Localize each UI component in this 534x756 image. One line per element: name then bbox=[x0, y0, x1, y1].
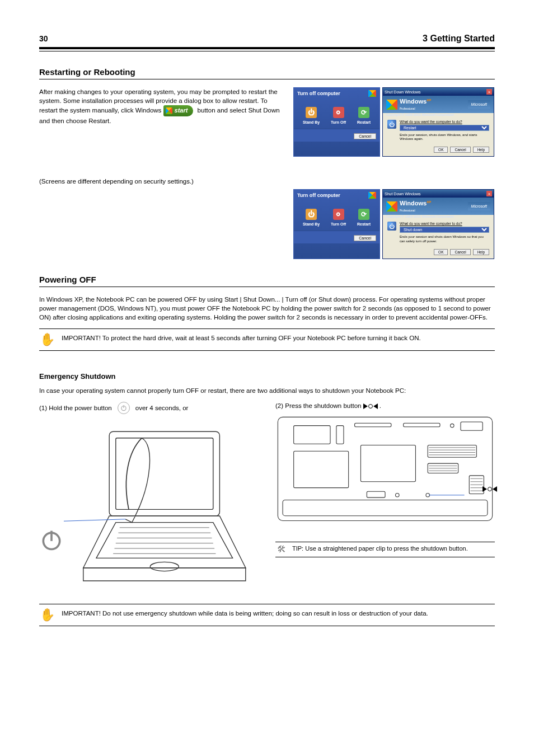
microsoft-label: Microsoft bbox=[468, 202, 490, 210]
text: over 4 seconds, or bbox=[135, 404, 189, 412]
windows-flag-icon bbox=[386, 201, 397, 212]
svg-point-19 bbox=[451, 424, 455, 428]
option-1-label: (1) Hold the power button over 4 seconds… bbox=[39, 402, 259, 414]
cancel-button[interactable]: Cancel bbox=[354, 133, 376, 139]
action-select[interactable]: Shut down bbox=[400, 227, 489, 233]
text: . bbox=[380, 402, 381, 409]
ok-button[interactable]: OK bbox=[434, 249, 448, 255]
svg-point-40 bbox=[396, 494, 400, 497]
windows-logo-text: WindowsXP Professional bbox=[400, 200, 431, 213]
standby-option[interactable]: ⏻ Stand By bbox=[303, 209, 320, 226]
turnoff-option[interactable]: ⭘ Turn Off bbox=[331, 107, 346, 124]
laptop-bottom-illustration bbox=[275, 415, 495, 537]
restart-icon: ⟳ bbox=[358, 107, 369, 118]
svg-rect-18 bbox=[404, 423, 440, 427]
label: Restart bbox=[357, 222, 371, 226]
windows-flag-icon bbox=[386, 100, 397, 110]
label: Turn Off bbox=[331, 222, 346, 226]
prompt: What do you want the computer to do? bbox=[400, 120, 489, 124]
shutdown-icon: ⏻ bbox=[387, 120, 396, 129]
windows-flag-icon bbox=[166, 107, 172, 114]
emergency-intro: In case your operating system cannot pro… bbox=[39, 386, 495, 395]
important-note-2: ✋ IMPORTANT! Do not use emergency shutdo… bbox=[39, 609, 495, 621]
power-button-icon bbox=[118, 402, 130, 414]
hand-icon: ✋ bbox=[39, 609, 55, 621]
cancel-button[interactable]: Cancel bbox=[450, 147, 470, 153]
cancel-button[interactable]: Cancel bbox=[450, 249, 470, 255]
svg-rect-15 bbox=[294, 426, 330, 444]
svg-rect-41 bbox=[367, 491, 385, 497]
turnoff-dialog-friendly: Turn off computer ⏻ Stand By ⭘ Turn Off bbox=[293, 189, 380, 259]
restart-option[interactable]: ⟳ Restart bbox=[357, 107, 371, 124]
shutdown-icon: ⏻ bbox=[387, 222, 396, 231]
dialog-title: Turn off computer bbox=[297, 91, 340, 96]
dialog-title: Turn off computer bbox=[297, 192, 340, 198]
screwdriver-icon: 🛠 bbox=[275, 544, 288, 555]
description: Ends your session and shuts down Windows… bbox=[400, 235, 489, 243]
turnoff-dialog-friendly: Turn off computer ⏻ Stand By ⭘ Turn Off bbox=[293, 87, 380, 157]
start-button-graphic: start bbox=[163, 105, 194, 116]
shutdown-button-icon bbox=[363, 403, 378, 409]
divider bbox=[39, 79, 495, 79]
label: Turn Off bbox=[331, 120, 346, 124]
poweroff-title: Powering OFF bbox=[39, 275, 495, 284]
header-rule bbox=[39, 47, 495, 51]
windows-flag-icon bbox=[368, 90, 376, 97]
close-icon[interactable]: × bbox=[486, 191, 492, 196]
standby-icon: ⏻ bbox=[306, 209, 317, 220]
standby-option[interactable]: ⏻ Stand By bbox=[303, 107, 320, 124]
cancel-button[interactable]: Cancel bbox=[354, 235, 376, 241]
label: Restart bbox=[357, 120, 371, 124]
divider bbox=[39, 350, 495, 351]
ok-button[interactable]: OK bbox=[434, 147, 448, 153]
dialog-title: Shut Down Windows bbox=[385, 192, 421, 196]
turnoff-icon: ⭘ bbox=[333, 209, 344, 220]
close-icon[interactable]: × bbox=[486, 89, 492, 95]
poweroff-paragraph: In Windows XP, the Notebook PC can be po… bbox=[39, 295, 495, 322]
divider bbox=[39, 287, 495, 287]
screens-note: (Screens are different depending on secu… bbox=[39, 177, 282, 186]
turnoff-icon: ⭘ bbox=[333, 107, 344, 118]
svg-rect-32 bbox=[283, 500, 488, 515]
prompt: What do you want the computer to do? bbox=[400, 222, 489, 226]
option-2-label: (2) Press the shutdown button . bbox=[275, 402, 495, 410]
hand-icon: ✋ bbox=[39, 334, 55, 346]
restart-title: Restarting or Rebooting bbox=[39, 67, 495, 77]
help-button[interactable]: Help bbox=[473, 249, 489, 255]
restart-option[interactable]: ⟳ Restart bbox=[357, 209, 371, 226]
svg-rect-5 bbox=[116, 438, 213, 510]
shutdown-dialog-classic-restart: Shut Down Windows × WindowsXP Profession… bbox=[382, 87, 494, 157]
label: Stand By bbox=[303, 120, 320, 124]
action-select[interactable]: Restart bbox=[400, 125, 489, 131]
svg-rect-16 bbox=[336, 426, 344, 444]
svg-rect-23 bbox=[428, 445, 476, 458]
shutdown-button-icon bbox=[483, 486, 497, 492]
svg-rect-21 bbox=[294, 451, 349, 487]
dialog-title: Shut Down Windows bbox=[385, 90, 421, 94]
microsoft-label: Microsoft bbox=[468, 100, 490, 109]
svg-rect-17 bbox=[355, 423, 391, 427]
page-number: 30 bbox=[39, 34, 48, 43]
svg-rect-22 bbox=[360, 445, 415, 482]
tip-text: TIP: Use a straightened paper clip to pr… bbox=[292, 544, 495, 552]
standby-icon: ⏻ bbox=[306, 107, 317, 118]
laptop-illustration bbox=[64, 419, 259, 594]
divider bbox=[39, 626, 495, 626]
shutdown-dialog-classic-shutdown: Shut Down Windows × WindowsXP Profession… bbox=[382, 189, 494, 259]
restart-paragraph: After making changes to your operating s… bbox=[39, 87, 282, 125]
help-button[interactable]: Help bbox=[473, 147, 489, 153]
svg-rect-14 bbox=[278, 417, 492, 520]
note-text: IMPORTANT! To protect the hard drive, wa… bbox=[62, 334, 495, 342]
turnoff-option[interactable]: ⭘ Turn Off bbox=[331, 209, 346, 226]
label: Stand By bbox=[303, 222, 320, 226]
restart-dialogs-row1: Turn off computer ⏻ Stand By ⭘ Turn Off bbox=[293, 87, 495, 157]
description: Ends your session, shuts down Windows, a… bbox=[400, 133, 489, 141]
important-note: ✋ IMPORTANT! To protect the hard drive, … bbox=[39, 334, 495, 346]
start-label: start bbox=[175, 106, 188, 115]
text: (2) Press the shutdown button bbox=[275, 402, 363, 409]
divider bbox=[39, 604, 495, 604]
svg-rect-20 bbox=[461, 422, 483, 430]
windows-logo-text: WindowsXP Professional bbox=[400, 98, 431, 111]
windows-flag-icon bbox=[368, 192, 376, 199]
tip-note: 🛠 TIP: Use a straightened paper clip to … bbox=[275, 542, 495, 557]
